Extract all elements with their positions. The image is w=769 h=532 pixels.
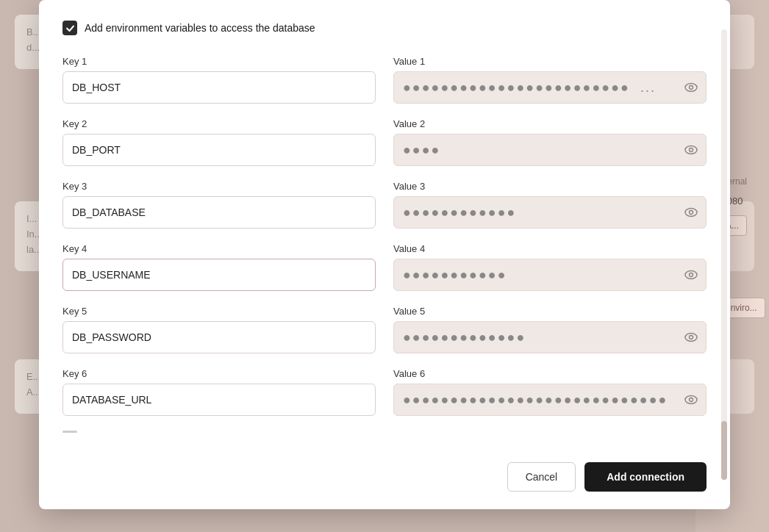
svg-point-2: [685, 146, 697, 154]
value-6-eye-icon[interactable]: [684, 395, 698, 405]
key-6-group: Key 6: [62, 368, 376, 416]
key-5-input[interactable]: [62, 321, 376, 353]
key-5-group: Key 5: [62, 306, 376, 353]
value-5-group: Value 5: [393, 306, 707, 353]
value-4-eye-icon[interactable]: [684, 270, 698, 280]
fields-grid: Key 1 Value 1 Key 2: [62, 56, 707, 431]
value-1-label: Value 1: [393, 56, 707, 67]
add-connection-button[interactable]: Add connection: [584, 462, 707, 492]
value-6-group: Value 6: [393, 368, 707, 416]
scrollbar-track[interactable]: [721, 29, 727, 480]
scroll-indicator: [62, 431, 77, 433]
svg-point-5: [690, 211, 693, 215]
key-1-input[interactable]: [62, 71, 376, 104]
value-2-label: Value 2: [393, 118, 707, 129]
key-2-label: Key 2: [62, 118, 376, 129]
value-4-wrap: [393, 259, 707, 291]
value-2-input[interactable]: [393, 134, 707, 166]
svg-point-11: [690, 398, 693, 402]
modal-overlay: Add environment variables to access the …: [0, 0, 769, 532]
value-5-label: Value 5: [393, 306, 707, 317]
key-6-input[interactable]: [62, 384, 376, 416]
value-1-wrap: [393, 71, 707, 104]
svg-point-9: [690, 336, 693, 339]
value-4-label: Value 4: [393, 243, 707, 254]
key-2-input[interactable]: [62, 134, 376, 166]
svg-point-0: [685, 84, 697, 92]
value-3-group: Value 3: [393, 181, 707, 229]
value-6-label: Value 6: [393, 368, 707, 379]
svg-point-10: [685, 396, 697, 404]
value-3-eye-icon[interactable]: [684, 207, 698, 218]
modal-footer: Cancel Add connection: [62, 450, 707, 492]
key-3-input[interactable]: [62, 196, 376, 229]
value-5-wrap: [393, 321, 707, 353]
value-2-group: Value 2: [393, 118, 707, 166]
value-6-wrap: [393, 384, 707, 416]
modal-dialog: Add environment variables to access the …: [39, 0, 730, 509]
scrollbar-thumb[interactable]: [721, 421, 727, 480]
key-3-label: Key 3: [62, 181, 376, 192]
cancel-button[interactable]: Cancel: [507, 462, 576, 492]
key-5-label: Key 5: [62, 306, 376, 317]
svg-point-7: [690, 273, 693, 277]
value-2-eye-icon[interactable]: [684, 145, 698, 155]
key-4-label: Key 4: [62, 243, 376, 254]
value-4-group: Value 4: [393, 243, 707, 291]
key-4-group: Key 4: [62, 243, 376, 291]
svg-point-3: [690, 148, 693, 152]
value-5-input[interactable]: [393, 321, 707, 353]
value-1-group: Value 1: [393, 56, 707, 104]
key-4-input[interactable]: [62, 259, 376, 291]
checkbox-label: Add environment variables to access the …: [85, 22, 315, 34]
svg-point-1: [690, 86, 693, 90]
checkbox-row: Add environment variables to access the …: [62, 21, 707, 35]
svg-point-4: [685, 209, 697, 217]
value-2-wrap: [393, 134, 707, 166]
value-1-eye-icon[interactable]: [684, 82, 698, 93]
svg-point-8: [685, 334, 697, 342]
key-2-group: Key 2: [62, 118, 376, 166]
value-3-label: Value 3: [393, 181, 707, 192]
value-3-input[interactable]: [393, 196, 707, 229]
value-4-input[interactable]: [393, 259, 707, 291]
key-1-label: Key 1: [62, 56, 376, 67]
value-3-wrap: [393, 196, 707, 229]
env-vars-checkbox[interactable]: [62, 21, 77, 35]
key-1-group: Key 1: [62, 56, 376, 104]
value-1-input[interactable]: [393, 71, 707, 104]
value-5-eye-icon[interactable]: [684, 332, 698, 342]
key-3-group: Key 3: [62, 181, 376, 229]
value-6-input[interactable]: [393, 384, 707, 416]
key-6-label: Key 6: [62, 368, 376, 379]
svg-point-6: [685, 271, 697, 279]
